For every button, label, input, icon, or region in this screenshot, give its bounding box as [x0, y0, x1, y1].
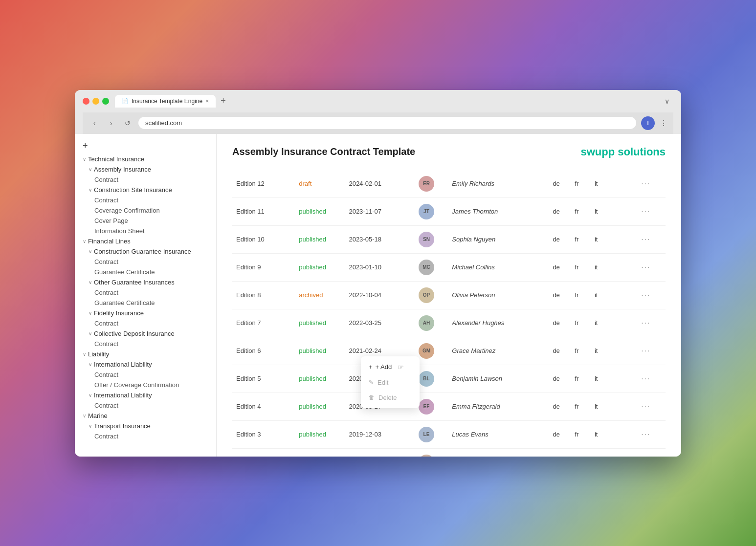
sidebar-item-marine[interactable]: ∨ Marine: [75, 411, 216, 421]
edition-lang-de: de: [546, 309, 567, 337]
context-menu-add[interactable]: + + Add ☞: [361, 359, 420, 375]
sidebar-item-liability[interactable]: ∨ Liability: [75, 349, 216, 359]
edition-status: published: [295, 393, 345, 420]
close-window-button[interactable]: [83, 98, 89, 105]
sidebar-item-transport-insurance[interactable]: ∨ Transport Insurance: [75, 421, 216, 431]
edition-author: Grace Martinez: [448, 337, 546, 365]
edition-date: 2023-01-10: [345, 253, 415, 281]
table-row[interactable]: Edition 10 published 2023-05-18 SN Sophi…: [232, 225, 666, 253]
edition-avatar: ER: [415, 170, 448, 198]
edition-name: Edition 10: [232, 225, 295, 253]
sidebar-item-guarantee-certificate-1[interactable]: Guarantee Certificate: [75, 267, 216, 277]
edition-more-button[interactable]: ···: [635, 337, 666, 365]
table-row[interactable]: Edition 2 published 2019-10-15 CS Charlo…: [232, 448, 666, 457]
sidebar-item-collective-deposit[interactable]: ∨ Collective Deposit Insurance: [75, 328, 216, 339]
sidebar-item-csi-contract[interactable]: Contract: [75, 195, 216, 205]
edition-status: published: [295, 309, 345, 337]
tab-title: Insurance Template Engine: [132, 98, 202, 105]
sidebar-item-cgi-contract[interactable]: Contract: [75, 257, 216, 267]
sidebar-add-button[interactable]: +: [75, 138, 216, 154]
sidebar-item-il2-contract[interactable]: Contract: [75, 400, 216, 411]
brand-logo: swupp solutions: [580, 146, 666, 158]
chevron-icon: ∨: [89, 249, 92, 254]
edition-more-button[interactable]: ···: [635, 197, 666, 225]
sidebar-item-technical-insurance[interactable]: ∨ Technical Insurance: [75, 154, 216, 164]
table-row[interactable]: Edition 3 published 2019-12-03 LE Lucas …: [232, 420, 666, 448]
edition-name: Edition 11: [232, 197, 295, 225]
forward-button[interactable]: ›: [105, 117, 117, 129]
edition-more-button[interactable]: ···: [635, 420, 666, 448]
edition-more-button[interactable]: ···: [635, 448, 666, 457]
edition-more-button[interactable]: ···: [635, 170, 666, 198]
sidebar-item-construction-guarantee[interactable]: ∨ Construction Guarantee Insurance: [75, 246, 216, 257]
edition-lang-de: de: [546, 337, 567, 365]
edition-lang-fr: fr: [567, 197, 586, 225]
edition-author: Emily Richards: [448, 170, 546, 198]
refresh-button[interactable]: ↺: [122, 117, 133, 129]
edition-more-button[interactable]: ···: [635, 365, 666, 393]
edition-avatar: JT: [415, 197, 448, 225]
sidebar-item-transport-contract[interactable]: Contract: [75, 431, 216, 441]
address-bar: ‹ › ↺ i ⋮: [83, 112, 673, 134]
sidebar-item-fidelity-contract[interactable]: Contract: [75, 318, 216, 328]
url-input[interactable]: [138, 117, 636, 129]
sidebar-item-construction-site[interactable]: ∨ Construction Site Insurance: [75, 185, 216, 195]
sidebar-item-financial-lines[interactable]: ∨ Financial Lines: [75, 236, 216, 246]
table-row[interactable]: Edition 9 published 2023-01-10 MC Michae…: [232, 253, 666, 281]
browser-menu-button[interactable]: ⋮: [660, 118, 667, 128]
tab-bar: 📄 Insurance Template Engine × +: [115, 95, 228, 108]
context-menu-delete[interactable]: 🗑 Delete: [361, 390, 420, 405]
maximize-window-button[interactable]: [102, 98, 109, 105]
sidebar-item-il1-contract[interactable]: Contract: [75, 370, 216, 380]
table-row[interactable]: Edition 6 published 2021-02-24 GM Grace …: [232, 337, 666, 365]
edition-avatar: EF: [415, 393, 448, 420]
edition-more-button[interactable]: ···: [635, 225, 666, 253]
table-row[interactable]: Edition 4 published 2020-05-17 EF Emma F…: [232, 393, 666, 420]
sidebar-item-other-guarantee[interactable]: ∨ Other Guarantee Insurances: [75, 277, 216, 287]
chevron-icon: ∨: [83, 351, 86, 357]
sidebar-item-coverage-confirmation[interactable]: Coverage Confirmation: [75, 205, 216, 216]
edition-avatar: BL: [415, 365, 448, 393]
edition-name: Edition 2: [232, 448, 295, 457]
minimize-window-button[interactable]: [92, 98, 99, 105]
edition-author: Alexander Hughes: [448, 309, 546, 337]
table-row[interactable]: Edition 11 published 2023-11-07 JT James…: [232, 197, 666, 225]
table-row[interactable]: Edition 7 published 2022-03-25 AH Alexan…: [232, 309, 666, 337]
chevron-icon: ∨: [83, 156, 86, 162]
sidebar-item-information-sheet[interactable]: Information Sheet: [75, 226, 216, 236]
context-menu-edit[interactable]: ✎ Edit: [361, 375, 420, 390]
edition-lang-fr: fr: [567, 170, 586, 198]
edition-avatar: MC: [415, 253, 448, 281]
edition-more-button[interactable]: ···: [635, 281, 666, 309]
sidebar-item-assembly-contract[interactable]: Contract: [75, 175, 216, 185]
sidebar-item-assembly-insurance[interactable]: ∨ Assembly Insurance: [75, 164, 216, 175]
sidebar-item-international-liability-2[interactable]: ∨ International Liability: [75, 390, 216, 400]
window-controls[interactable]: ∨: [665, 97, 669, 105]
edition-lang-de: de: [546, 281, 567, 309]
edit-icon: ✎: [369, 379, 374, 386]
active-tab[interactable]: 📄 Insurance Template Engine ×: [115, 95, 216, 108]
sidebar-item-international-liability-1[interactable]: ∨ International Liability: [75, 359, 216, 370]
edition-more-button[interactable]: ···: [635, 309, 666, 337]
new-tab-button[interactable]: +: [219, 96, 228, 106]
sidebar-item-offer-coverage[interactable]: Offer / Coverage Confirmation: [75, 380, 216, 390]
table-row[interactable]: Edition 12 draft 2024-02-01 ER Emily Ric…: [232, 170, 666, 198]
edition-author: Charlotte Spencer: [448, 448, 546, 457]
edition-name: Edition 6: [232, 337, 295, 365]
edition-lang-it: it: [586, 393, 606, 420]
sidebar-item-cdi-contract[interactable]: Contract: [75, 339, 216, 349]
title-bar: 📄 Insurance Template Engine × + ∨ ‹ › ↺ …: [75, 90, 681, 134]
traffic-lights: [83, 98, 109, 105]
table-row[interactable]: Edition 8 archived 2022-10-04 OP Olivia …: [232, 281, 666, 309]
sidebar-item-fidelity-insurance[interactable]: ∨ Fidelity Insurance: [75, 308, 216, 318]
back-button[interactable]: ‹: [89, 117, 100, 129]
edition-more-button[interactable]: ···: [635, 253, 666, 281]
edition-lang-it: it: [586, 365, 606, 393]
sidebar-item-ogi-contract[interactable]: Contract: [75, 287, 216, 298]
tab-close-button[interactable]: ×: [205, 98, 209, 105]
profile-button[interactable]: i: [641, 116, 655, 130]
edition-more-button[interactable]: ···: [635, 393, 666, 420]
sidebar-item-guarantee-certificate-2[interactable]: Guarantee Certificate: [75, 298, 216, 308]
sidebar-item-cover-page[interactable]: Cover Page: [75, 216, 216, 226]
table-row[interactable]: Edition 5 published 2020-03-07 BL Benjam…: [232, 365, 666, 393]
